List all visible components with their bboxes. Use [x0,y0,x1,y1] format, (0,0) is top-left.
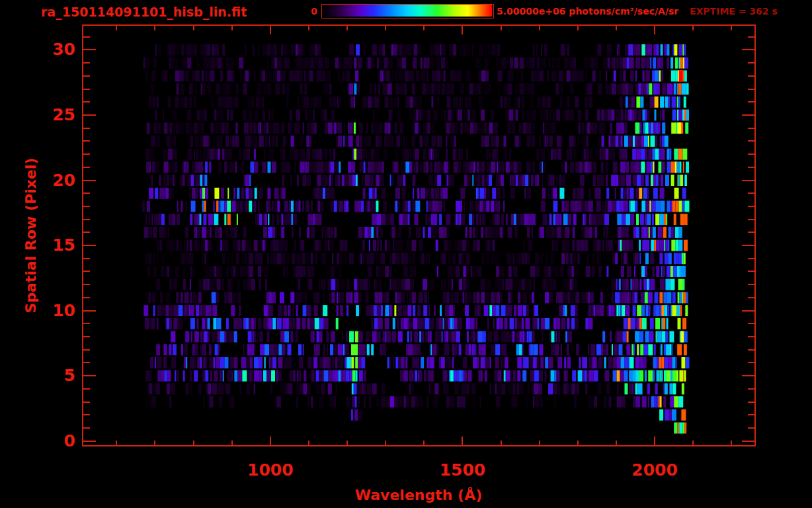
x-minor-tick [346,441,348,445]
y-minor-tick [83,271,90,272]
y-minor-tick [83,336,90,337]
colorbar-max-value: 5.00000e+06 [497,6,565,17]
y-minor-tick [83,206,90,207]
y-minor-tick [83,427,90,429]
y-minor-tick-right [748,167,754,168]
y-minor-tick-right [748,206,754,207]
y-minor-tick [83,414,90,415]
x-major-tick-top [270,26,271,34]
y-major-tick [83,310,96,312]
y-major-tick-right [742,49,754,50]
y-minor-tick [83,101,90,103]
y-tick-label: 25 [36,106,75,124]
x-minor-tick-top [385,26,386,30]
y-major-tick-right [742,441,754,442]
spectral-image-display-window: ra_150114091101_hisb_lin.fit 0 5.00000e+… [0,0,812,508]
y-minor-tick-right [748,89,754,90]
y-minor-tick-right [748,75,754,77]
x-minor-tick [731,441,732,445]
x-minor-tick [154,441,155,445]
y-minor-tick-right [748,62,754,64]
y-minor-tick-right [748,101,754,103]
y-minor-tick [83,89,90,90]
x-major-tick-top [654,26,655,34]
plot-title: ra_150114091101_hisb_lin.fit [41,5,247,19]
x-minor-tick-top [154,26,155,30]
x-major-tick-top [462,26,463,34]
y-minor-tick [83,349,90,351]
x-minor-tick-top [539,26,540,30]
y-minor-tick-right [748,128,754,129]
x-minor-tick-top [116,26,117,30]
x-tick-label: 1000 [247,460,294,480]
colorbar-max-label: 5.00000e+06 photons/cm²/sec/A/sr [497,6,678,17]
x-minor-tick-top [423,26,425,30]
y-major-tick [83,375,96,376]
y-major-tick [83,114,96,116]
y-minor-tick [83,258,90,259]
x-minor-tick-top [577,26,579,30]
y-tick-label: 20 [36,172,75,189]
colorbar-units: photons/cm²/sec/A/sr [569,6,678,17]
x-minor-tick-top [231,26,233,30]
y-minor-tick [83,297,90,298]
x-minor-tick [231,441,233,445]
x-tick-label: 2000 [631,460,678,480]
y-major-tick-right [742,375,754,376]
y-minor-tick [83,219,90,220]
y-minor-tick-right [748,219,754,220]
y-minor-tick-right [748,323,754,324]
x-minor-tick-top [346,26,348,30]
exptime-label: EXPTIME = 362 s [690,6,778,17]
y-major-tick [83,245,96,246]
x-tick-label: 1500 [440,460,486,480]
y-minor-tick-right [748,402,754,403]
y-minor-tick [83,388,90,390]
x-minor-tick [501,441,502,445]
y-minor-tick [83,232,90,233]
y-minor-tick-right [748,297,754,298]
y-tick-label: 30 [36,41,75,58]
y-minor-tick [83,362,90,363]
y-major-tick-right [742,180,754,181]
y-minor-tick-right [748,153,754,155]
plot-frame [82,24,756,446]
x-minor-tick-top [616,26,617,30]
y-minor-tick-right [748,140,754,142]
y-minor-tick [83,167,90,168]
y-tick-label: 5 [36,367,75,384]
y-major-tick [83,441,96,442]
x-minor-tick [116,441,117,445]
x-minor-tick [692,441,694,445]
x-major-tick [654,437,655,445]
colorbar-gradient-canvas [322,5,492,17]
y-minor-tick [83,75,90,77]
y-minor-tick-right [748,362,754,363]
x-minor-tick [385,441,386,445]
y-tick-label: 0 [36,433,75,450]
y-tick-label: 10 [36,302,75,319]
colorbar [321,4,494,19]
y-major-tick-right [742,114,754,116]
y-major-tick [83,49,96,50]
x-major-tick [462,437,463,445]
y-minor-tick [83,192,90,194]
x-minor-tick [423,441,425,445]
x-axis-title: Wavelength (Å) [355,487,482,503]
y-major-tick-right [742,245,754,246]
y-minor-tick [83,323,90,324]
y-minor-tick-right [748,388,754,390]
y-axis-title: Spatial Row (Pixel) [22,157,39,313]
x-minor-tick [193,441,194,445]
x-minor-tick [577,441,579,445]
x-minor-tick-top [193,26,194,30]
y-minor-tick-right [748,414,754,415]
colorbar-min-label: 0 [299,6,317,17]
y-tick-label: 15 [36,237,75,254]
y-minor-tick-right [748,336,754,337]
y-minor-tick-right [748,258,754,259]
y-minor-tick-right [748,232,754,233]
y-minor-tick [83,284,90,285]
y-minor-tick-right [748,271,754,272]
x-major-tick [270,437,271,445]
